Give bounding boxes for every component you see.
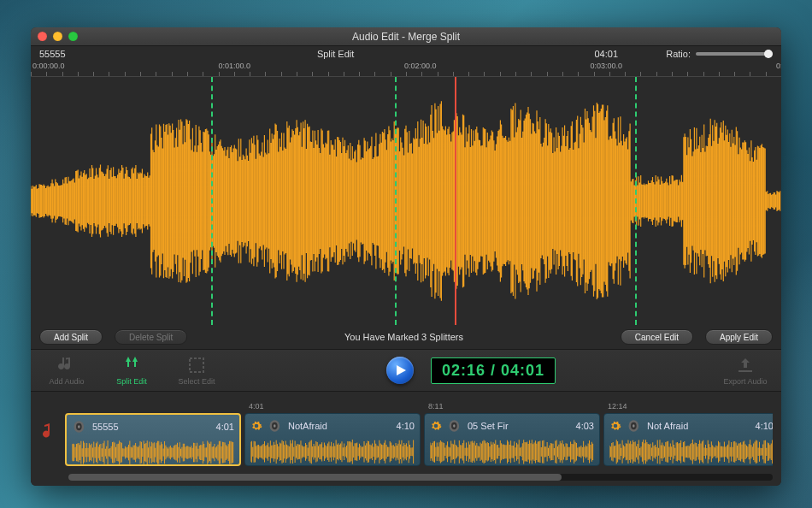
time-display: 02:16 / 04:01 [431, 357, 556, 384]
svg-point-3 [78, 425, 80, 428]
apply-edit-button[interactable]: Apply Edit [705, 329, 773, 345]
app-window: Audio Edit - Merge Split 55555 Split Edi… [31, 27, 781, 486]
audio-clip[interactable]: 4:01NotAfraid4:10 [244, 413, 421, 466]
clip-duration: 4:10 [397, 421, 415, 431]
music-note-plus-icon [56, 355, 77, 375]
add-split-button[interactable]: Add Split [39, 329, 103, 345]
clip-duration: 4:03 [576, 421, 594, 431]
gear-icon[interactable] [609, 420, 621, 432]
export-audio-button[interactable]: Export Audio [721, 355, 769, 386]
cancel-edit-button[interactable]: Cancel Edit [621, 329, 693, 345]
audio-clip[interactable]: 8:1105 Set Fir4:03 [424, 413, 600, 466]
minimize-button[interactable] [53, 32, 62, 41]
svg-rect-0 [190, 358, 203, 372]
select-edit-button[interactable]: Select Edit [173, 355, 221, 386]
svg-point-6 [274, 424, 276, 427]
ratio-slider[interactable] [696, 52, 773, 56]
clip-name: Not Afraid [647, 421, 752, 431]
music-note-icon [39, 422, 60, 446]
splitter-marker[interactable] [211, 77, 213, 325]
clip-name: 05 Set Fir [468, 421, 573, 431]
svg-point-12 [633, 424, 635, 427]
svg-point-9 [453, 424, 456, 427]
speaker-icon [447, 417, 464, 434]
clip-waveform [430, 436, 594, 466]
clip-name: 55555 [92, 422, 213, 432]
waveform-display [31, 77, 781, 325]
export-icon [735, 355, 756, 375]
close-button[interactable] [38, 32, 47, 41]
gear-icon[interactable] [250, 420, 262, 432]
split-icon [121, 355, 142, 375]
traffic-lights [38, 32, 78, 41]
clip-duration: 4:01 [216, 422, 234, 432]
clip-duration: 4:10 [756, 421, 773, 431]
track-name: 55555 [39, 49, 125, 59]
total-duration: 04:01 [546, 49, 666, 59]
gear-icon[interactable] [430, 420, 442, 432]
audio-clip[interactable]: 555554:01 [65, 413, 241, 466]
ratio-slider-thumb[interactable] [764, 50, 773, 58]
ruler-label: 0:01:00.0 [219, 62, 251, 70]
clip-start-time: 8:11 [428, 402, 444, 411]
splitter-status: You Have Marked 3 Splitters [199, 332, 609, 342]
ruler-label: 0:03:00.0 [591, 62, 623, 70]
selection-icon [186, 355, 207, 375]
delete-split-button[interactable]: Delete Split [115, 329, 187, 345]
scrollbar-thumb[interactable] [68, 474, 562, 481]
clip-row: 555554:014:01NotAfraid4:108:1105 Set Fir… [31, 392, 781, 486]
clip-waveform [609, 436, 773, 466]
time-ruler[interactable]: 0:00:00.00:01:00.00:02:00.00:03:00.00:04… [31, 62, 781, 77]
clip-waveform [72, 437, 234, 466]
splitter-marker[interactable] [395, 77, 397, 325]
waveform-area[interactable] [31, 77, 781, 325]
ruler-label: 0:02:00.0 [404, 62, 437, 70]
edit-mode-label: Split Edit [125, 49, 546, 59]
speaker-icon [268, 417, 285, 434]
ruler-label: 0:04:0 [776, 62, 781, 70]
clip-start-time: 4:01 [249, 402, 264, 411]
clip-name: NotAfraid [288, 421, 393, 431]
add-audio-button[interactable]: Add Audio [43, 355, 91, 386]
info-row: 55555 Split Edit 04:01 Ratio: [31, 46, 781, 62]
clip-list[interactable]: 555554:014:01NotAfraid4:108:1105 Set Fir… [65, 401, 773, 466]
split-controls-row: Add Split Delete Split You Have Marked 3… [31, 325, 781, 349]
playhead[interactable] [455, 77, 456, 325]
clip-waveform [250, 436, 415, 466]
audio-clip[interactable]: 12:14Not Afraid4:10 [603, 413, 773, 466]
clip-scrollbar[interactable] [68, 474, 773, 481]
speaker-icon [627, 417, 644, 434]
ratio-label: Ratio: [666, 49, 691, 59]
zoom-button[interactable] [68, 32, 78, 41]
split-edit-button[interactable]: Split Edit [108, 355, 156, 386]
play-button[interactable] [386, 357, 414, 384]
play-icon [395, 364, 407, 376]
titlebar: Audio Edit - Merge Split [31, 27, 781, 46]
splitter-marker[interactable] [635, 77, 637, 325]
speaker-icon [72, 418, 89, 435]
clip-start-time: 12:14 [608, 402, 627, 411]
ruler-label: 0:00:00.0 [32, 62, 65, 70]
window-title: Audio Edit - Merge Split [31, 31, 781, 43]
main-toolbar: Add Audio Split Edit Select Edit 02:16 /… [31, 349, 781, 392]
